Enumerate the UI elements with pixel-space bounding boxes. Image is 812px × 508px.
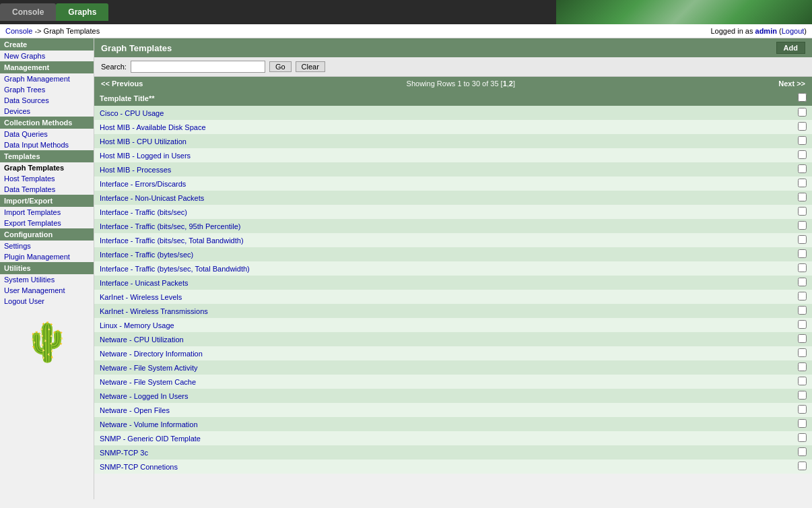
template-name-link[interactable]: KarInet - Wireless Levels (100, 293, 182, 301)
row-checkbox[interactable] (798, 362, 807, 371)
breadcrumb-current: Graph Templates (44, 27, 100, 35)
template-name-link[interactable]: SNMP-TCP 3c (100, 449, 148, 457)
row-checkbox[interactable] (798, 278, 807, 286)
table-row: Netware - Open Files (94, 403, 812, 417)
template-name-link[interactable]: Interface - Non-Unicast Packets (100, 194, 204, 202)
template-name-cell: Netware - Volume Information (94, 417, 792, 431)
next-page-link[interactable]: Next >> (778, 80, 805, 88)
template-name-link[interactable]: Netware - CPU Utilization (100, 336, 184, 344)
template-name-link[interactable]: Interface - Traffic (bits/sec, Total Ban… (100, 236, 244, 245)
template-name-link[interactable]: SNMP - Generic OID Template (100, 435, 201, 443)
template-name-link[interactable]: Interface - Unicast Packets (100, 279, 188, 287)
collection-methods-header: Collection Methods (0, 117, 94, 129)
table-row: Host MIB - Logged in Users (94, 148, 812, 162)
row-checkbox-cell (792, 318, 812, 332)
row-checkbox[interactable] (798, 136, 807, 145)
template-name-link[interactable]: Host MIB - Available Disk Space (100, 123, 206, 131)
sidebar-item-settings[interactable]: Settings (0, 241, 94, 251)
row-checkbox[interactable] (798, 164, 807, 173)
sidebar-item-data-queries[interactable]: Data Queries (0, 129, 94, 139)
table-row: Host MIB - Available Disk Space (94, 120, 812, 134)
row-checkbox[interactable] (798, 447, 807, 456)
breadcrumb-separator: -> (34, 27, 43, 35)
row-checkbox-cell (792, 417, 812, 431)
row-checkbox[interactable] (798, 320, 807, 329)
sidebar-item-system-utilities[interactable]: System Utilities (0, 274, 94, 285)
row-checkbox-cell (792, 106, 812, 120)
sidebar-item-graph-management[interactable]: Graph Management (0, 73, 94, 84)
row-checkbox[interactable] (798, 193, 807, 201)
row-checkbox[interactable] (798, 235, 807, 244)
row-checkbox[interactable] (798, 150, 807, 159)
logout-link[interactable]: Logout (782, 27, 805, 35)
template-name-link[interactable]: Interface - Traffic (bytes/sec) (100, 251, 193, 259)
template-name-link[interactable]: Interface - Traffic (bits/sec) (100, 208, 187, 216)
template-name-link[interactable]: Interface - Traffic (bits/sec, 95th Perc… (100, 222, 241, 230)
row-checkbox[interactable] (798, 249, 807, 258)
sidebar-item-plugin-management[interactable]: Plugin Management (0, 251, 94, 262)
prev-page-link[interactable]: << Previous (101, 80, 143, 88)
sidebar-item-user-management[interactable]: User Management (0, 285, 94, 296)
row-checkbox[interactable] (798, 263, 807, 272)
graphs-nav-button[interactable]: Graphs (56, 3, 108, 21)
template-name-link[interactable]: Netware - Directory Information (100, 350, 203, 358)
search-input[interactable] (131, 61, 265, 73)
template-name-link[interactable]: SNMP-TCP Connetions (100, 463, 178, 471)
search-clear-button[interactable]: Clear (296, 61, 325, 72)
row-checkbox[interactable] (798, 179, 807, 187)
sidebar-item-import-templates[interactable]: Import Templates (0, 207, 94, 218)
sidebar-item-graph-templates[interactable]: Graph Templates (0, 162, 94, 173)
table-row: Cisco - CPU Usage (94, 106, 812, 120)
sidebar-item-data-input-methods[interactable]: Data Input Methods (0, 139, 94, 150)
template-name-cell: Host MIB - Processes (94, 162, 792, 177)
row-checkbox[interactable] (798, 462, 807, 470)
sidebar-item-export-templates[interactable]: Export Templates (0, 218, 94, 228)
pagination-top: << Previous Showing Rows 1 to 30 of 35 [… (94, 77, 812, 90)
template-name-link[interactable]: Netware - Open Files (100, 406, 170, 414)
template-name-link[interactable]: Interface - Traffic (bytes/sec, Total Ba… (100, 265, 250, 273)
add-button[interactable]: Add (776, 42, 805, 54)
template-name-link[interactable]: Netware - File System Activity (100, 364, 197, 372)
template-name-link[interactable]: Host MIB - CPU Utilization (100, 137, 187, 146)
template-name-cell: Interface - Traffic (bits/sec, 95th Perc… (94, 219, 792, 233)
table-row: Host MIB - CPU Utilization (94, 134, 812, 148)
console-link[interactable]: Console (5, 27, 32, 35)
template-name-link[interactable]: Interface - Errors/Discards (100, 180, 186, 188)
sidebar-item-data-templates[interactable]: Data Templates (0, 184, 94, 195)
search-label: Search: (101, 63, 127, 71)
sidebar-item-devices[interactable]: Devices (0, 106, 94, 117)
row-checkbox[interactable] (798, 306, 807, 315)
row-checkbox[interactable] (798, 334, 807, 343)
row-checkbox[interactable] (798, 377, 807, 385)
login-info: Logged in as admin (Logout) (710, 27, 807, 35)
template-name-link[interactable]: Netware - File System Cache (100, 378, 196, 386)
sidebar-item-graph-trees[interactable]: Graph Trees (0, 84, 94, 95)
row-checkbox[interactable] (798, 348, 807, 357)
template-name-link[interactable]: Netware - Volume Information (100, 420, 198, 428)
table-row: KarInet - Wireless Transmissions (94, 304, 812, 318)
template-name-link[interactable]: Netware - Logged In Users (100, 392, 188, 400)
row-checkbox[interactable] (798, 292, 807, 300)
template-name-link[interactable]: KarInet - Wireless Transmissions (100, 307, 208, 315)
row-checkbox[interactable] (798, 207, 807, 216)
sidebar-item-logout-user[interactable]: Logout User (0, 296, 94, 307)
template-name-link[interactable]: Linux - Memory Usage (100, 321, 174, 329)
select-all-checkbox[interactable] (798, 93, 807, 102)
row-checkbox[interactable] (798, 221, 807, 230)
sidebar-item-new-graphs[interactable]: New Graphs (0, 51, 94, 61)
row-checkbox[interactable] (798, 405, 807, 414)
row-checkbox[interactable] (798, 391, 807, 400)
template-name-link[interactable]: Host MIB - Processes (100, 166, 171, 174)
template-name-link[interactable]: Cisco - CPU Usage (100, 109, 164, 117)
template-name-cell: Linux - Memory Usage (94, 318, 792, 332)
row-checkbox[interactable] (798, 122, 807, 131)
admin-user-link[interactable]: admin (755, 27, 777, 35)
row-checkbox[interactable] (798, 108, 807, 117)
sidebar-item-data-sources[interactable]: Data Sources (0, 95, 94, 106)
template-name-link[interactable]: Host MIB - Logged in Users (100, 152, 191, 160)
console-nav-button[interactable]: Console (0, 3, 56, 21)
row-checkbox[interactable] (798, 419, 807, 428)
row-checkbox[interactable] (798, 433, 807, 442)
search-go-button[interactable]: Go (269, 61, 292, 72)
sidebar-item-host-templates[interactable]: Host Templates (0, 173, 94, 184)
